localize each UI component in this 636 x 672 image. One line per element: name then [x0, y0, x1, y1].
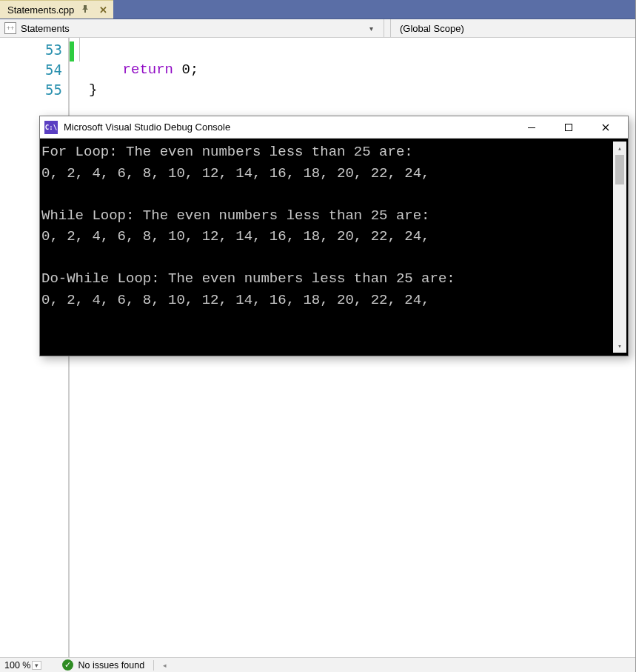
- scope-label: (Global Scope): [400, 23, 464, 34]
- zoom-dropdown-icon[interactable]: ▾: [32, 661, 41, 670]
- code-line: return 0;: [89, 61, 635, 81]
- class-name: Statements: [21, 23, 70, 34]
- window-controls: [521, 123, 623, 132]
- zoom-level[interactable]: 100 % ▾: [4, 660, 41, 671]
- file-tab[interactable]: Statements.cpp ✕: [0, 0, 113, 19]
- nav-separator: [384, 19, 384, 37]
- pin-icon[interactable]: [80, 5, 90, 14]
- tab-strip: Statements.cpp ✕: [0, 0, 635, 19]
- tab-filename: Statements.cpp: [7, 4, 74, 16]
- status-separator: [153, 660, 154, 671]
- console-title-text: Microsoft Visual Studio Debug Console: [64, 122, 230, 133]
- maximize-button[interactable]: [558, 123, 579, 132]
- console-body: For Loop: The even numbers less than 25 …: [40, 139, 628, 356]
- scroll-up-icon[interactable]: ▴: [613, 142, 626, 155]
- close-button[interactable]: [595, 123, 616, 132]
- line-number: 54: [0, 61, 68, 81]
- code-line: }: [89, 81, 635, 102]
- minimize-button[interactable]: [521, 123, 542, 132]
- dropdown-icon[interactable]: ▾: [369, 24, 378, 33]
- fold-guide-line: [79, 38, 80, 61]
- close-icon[interactable]: ✕: [96, 4, 110, 16]
- scroll-down-icon[interactable]: ▾: [613, 339, 626, 353]
- svg-rect-0: [528, 127, 535, 128]
- class-selector[interactable]: ++ Statements ▾: [0, 19, 378, 37]
- keyword-return: return: [123, 61, 173, 78]
- code-line: [89, 41, 635, 61]
- console-app-icon: C:\: [44, 121, 58, 134]
- issues-text: No issues found: [78, 660, 144, 671]
- scope-selector[interactable]: (Global Scope): [390, 19, 635, 37]
- chevron-left-icon[interactable]: ◂: [163, 662, 167, 669]
- zoom-text: 100 %: [4, 660, 30, 671]
- console-titlebar[interactable]: C:\ Microsoft Visual Studio Debug Consol…: [40, 116, 628, 139]
- navigation-bar: ++ Statements ▾ (Global Scope): [0, 19, 635, 38]
- debug-console-window: C:\ Microsoft Visual Studio Debug Consol…: [39, 116, 629, 356]
- line-number: 53: [0, 41, 68, 61]
- svg-rect-1: [566, 124, 572, 130]
- console-output[interactable]: For Loop: The even numbers less than 25 …: [41, 142, 613, 353]
- scroll-thumb[interactable]: [615, 155, 624, 184]
- line-number: 55: [0, 81, 68, 102]
- console-scrollbar[interactable]: ▴ ▾: [613, 142, 626, 353]
- cpp-file-icon: ++: [4, 22, 16, 34]
- status-bar: 100 % ▾ ✓ No issues found ◂: [0, 657, 635, 672]
- check-icon: ✓: [62, 659, 73, 671]
